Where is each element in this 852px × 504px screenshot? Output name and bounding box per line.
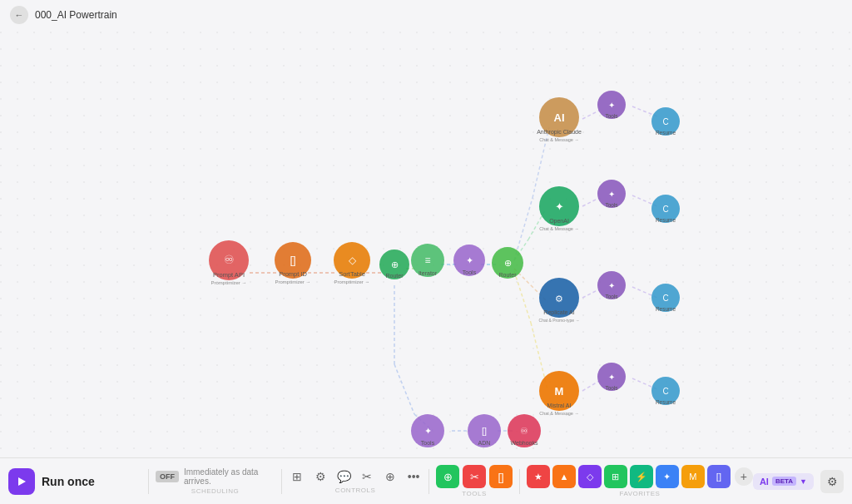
tool-list-button[interactable]: [] bbox=[489, 465, 513, 488]
svg-text:Promptimizer →: Promptimizer → bbox=[334, 279, 369, 284]
top-bar: ← 000_AI Powertrain bbox=[0, 0, 852, 30]
back-button[interactable]: ← bbox=[10, 6, 28, 24]
favorites-label: FAVORITES bbox=[620, 490, 661, 497]
separator-3 bbox=[428, 469, 429, 494]
ctrl-gear-icon[interactable]: ⚙ bbox=[312, 468, 329, 485]
ctrl-cut-icon[interactable]: ✂ bbox=[359, 468, 375, 485]
node-resume-d[interactable]: C Resume bbox=[651, 377, 680, 405]
svg-text:≡: ≡ bbox=[424, 254, 430, 266]
off-badge: OFF bbox=[156, 471, 179, 482]
node-router[interactable]: ⊕ Router bbox=[379, 250, 409, 279]
node-router2[interactable]: ⊕ Router bbox=[492, 247, 523, 279]
node-tools-a[interactable]: ✦ Tools bbox=[597, 91, 626, 119]
node-tools-b[interactable]: ✦ Tools bbox=[597, 180, 626, 208]
controls-label: CONTROLS bbox=[335, 487, 375, 494]
svg-text:⊕: ⊕ bbox=[504, 258, 512, 268]
svg-text:⊕: ⊕ bbox=[391, 259, 399, 269]
tools-label: TOOLS bbox=[462, 490, 486, 497]
ai-badge-button[interactable]: AI BETA ▼ bbox=[753, 473, 814, 490]
svg-text:Prompt ID: Prompt ID bbox=[279, 270, 307, 278]
canvas-area: ♾ Prompt API Promptimizer → [] Prompt ID… bbox=[0, 30, 852, 457]
svg-text:♾: ♾ bbox=[224, 253, 235, 266]
svg-text:Resume: Resume bbox=[656, 306, 676, 312]
node-prompt-api[interactable]: ♾ Prompt API Promptimizer → bbox=[209, 240, 249, 285]
svg-text:Anthropic Claude: Anthropic Claude bbox=[537, 129, 582, 136]
svg-text:Tools: Tools bbox=[605, 294, 618, 299]
svg-text:OpenAI: OpenAI bbox=[549, 218, 569, 225]
svg-text:Tools: Tools bbox=[421, 440, 435, 446]
favorites-section: ★ ▲ ◇ ⊞ ⚡ ✦ M [] + FAVORITES bbox=[527, 465, 753, 497]
fav-btn-4[interactable]: ⊞ bbox=[604, 465, 627, 488]
node-resume-a[interactable]: C Resume bbox=[651, 107, 680, 136]
svg-text:Promptimizer →: Promptimizer → bbox=[211, 280, 246, 285]
svg-text:AI: AI bbox=[554, 111, 565, 124]
node-iterator[interactable]: ≡ Iterator bbox=[411, 244, 444, 277]
svg-text:ADN: ADN bbox=[478, 440, 491, 446]
fav-btn-2[interactable]: ▲ bbox=[552, 465, 576, 488]
fav-add-button[interactable]: + bbox=[735, 467, 753, 486]
svg-rect-1 bbox=[0, 32, 852, 456]
node-resume-c[interactable]: C Resume bbox=[651, 284, 680, 312]
settings-icon: ⚙ bbox=[827, 475, 838, 488]
svg-text:C: C bbox=[662, 205, 668, 214]
svg-marker-102 bbox=[18, 477, 26, 486]
play-icon bbox=[16, 476, 27, 487]
fav-btn-8[interactable]: [] bbox=[707, 465, 731, 488]
svg-text:◇: ◇ bbox=[349, 254, 357, 266]
svg-text:SortTable: SortTable bbox=[339, 270, 365, 278]
bottom-bar: Run once OFF Immediately as data arrives… bbox=[0, 457, 852, 504]
ctrl-add-icon[interactable]: ⊕ bbox=[382, 468, 399, 485]
svg-text:✦: ✦ bbox=[608, 190, 615, 199]
scheduling-desc: Immediately as data arrives. bbox=[184, 467, 275, 486]
ctrl-grid-icon[interactable]: ⊞ bbox=[289, 468, 305, 485]
svg-text:Promptimizer →: Promptimizer → bbox=[275, 279, 310, 284]
node-tools-d[interactable]: ✦ Tools bbox=[597, 363, 626, 391]
svg-text:Tools: Tools bbox=[605, 113, 618, 119]
node-adn[interactable]: [] ADN bbox=[468, 414, 501, 447]
node-tools-e[interactable]: ✦ Tools bbox=[411, 414, 444, 447]
tool-add-button[interactable]: ⊕ bbox=[436, 465, 459, 488]
svg-text:Chat & Message →: Chat & Message → bbox=[539, 411, 579, 416]
fav-btn-7[interactable]: M bbox=[681, 465, 705, 488]
fav-btn-3[interactable]: ◇ bbox=[578, 465, 602, 488]
svg-text:Router: Router bbox=[385, 273, 404, 279]
node-tools-c[interactable]: ✦ Tools bbox=[597, 271, 626, 299]
tool-cut-button[interactable]: ✂ bbox=[463, 465, 486, 488]
svg-text:✦: ✦ bbox=[424, 426, 432, 436]
separator-1 bbox=[148, 469, 149, 494]
node-resume-b[interactable]: C Resume bbox=[651, 195, 680, 223]
svg-text:Tools: Tools bbox=[605, 202, 618, 208]
scheduling-label: SCHEDULING bbox=[191, 487, 239, 495]
svg-text:♾: ♾ bbox=[520, 426, 528, 436]
ctrl-more-icon[interactable]: ••• bbox=[405, 468, 422, 485]
svg-text:✦: ✦ bbox=[466, 255, 473, 265]
svg-text:✦: ✦ bbox=[555, 200, 564, 213]
right-section: AI BETA ▼ ⚙ bbox=[753, 470, 844, 493]
beta-badge: BETA bbox=[772, 477, 796, 486]
svg-text:⚙: ⚙ bbox=[555, 294, 563, 304]
node-tools-mid[interactable]: ✦ Tools bbox=[453, 245, 485, 276]
svg-text:Resume: Resume bbox=[656, 130, 676, 136]
node-webhooks[interactable]: ♾ Webhooks bbox=[508, 414, 541, 447]
svg-text:Webhooks: Webhooks bbox=[511, 440, 538, 446]
settings-button[interactable]: ⚙ bbox=[820, 470, 844, 493]
run-once-label: Run once bbox=[42, 475, 95, 488]
ctrl-chat-icon[interactable]: 💬 bbox=[335, 468, 352, 485]
svg-text:C: C bbox=[662, 387, 668, 396]
project-title: 000_AI Powertrain bbox=[35, 9, 117, 21]
svg-text:✦: ✦ bbox=[608, 101, 615, 110]
svg-text:Chat & Message →: Chat & Message → bbox=[539, 226, 579, 231]
fav-btn-5[interactable]: ⚡ bbox=[630, 465, 653, 488]
svg-text:Resume: Resume bbox=[656, 217, 676, 223]
run-once-button[interactable] bbox=[8, 468, 35, 495]
svg-text:C: C bbox=[662, 294, 668, 303]
fav-btn-6[interactable]: ✦ bbox=[656, 465, 679, 488]
svg-text:Replicate AI: Replicate AI bbox=[543, 309, 574, 316]
svg-text:[]: [] bbox=[290, 254, 295, 266]
controls-section: ⊞ ⚙ 💬 ✂ ⊕ ••• CONTROLS bbox=[289, 468, 422, 494]
fav-btn-1[interactable]: ★ bbox=[527, 465, 550, 488]
svg-text:Tools: Tools bbox=[463, 269, 477, 275]
svg-text:Chat & Promo-type →: Chat & Promo-type → bbox=[539, 318, 580, 323]
svg-text:✦: ✦ bbox=[608, 373, 615, 382]
svg-text:[]: [] bbox=[482, 426, 487, 436]
